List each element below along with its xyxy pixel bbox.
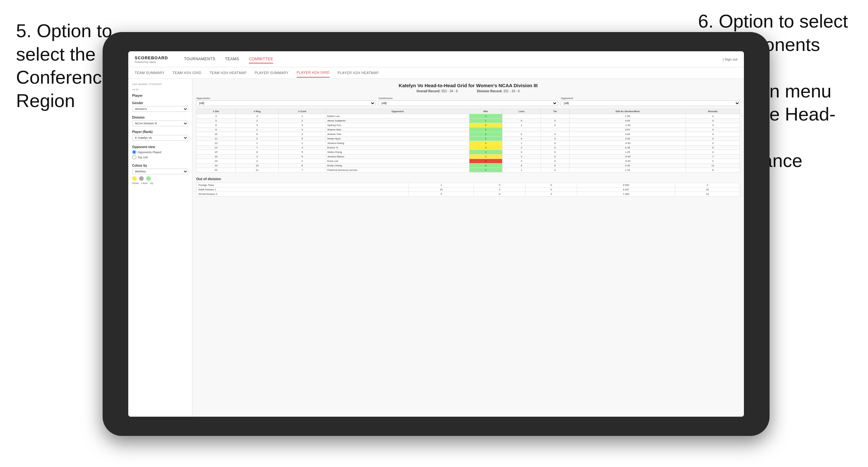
radio-top100[interactable]: Top 100 bbox=[132, 155, 188, 159]
grid-title: Katelyn Vo Head-to-Head Grid for Women's… bbox=[196, 83, 740, 88]
opponent-view-label: Opponent view bbox=[132, 145, 188, 149]
col-diff: Diff Av Strokes/Rnd bbox=[569, 109, 686, 114]
colour-by-label: Colour by bbox=[132, 164, 188, 167]
subnav-player-h2h-heatmap[interactable]: PLAYER H2H HEATMAP bbox=[338, 68, 379, 77]
subnav-player-summary[interactable]: PLAYER SUMMARY bbox=[255, 68, 288, 77]
col-conf: # Conf bbox=[279, 109, 326, 114]
table-row: 14 7 4 Eunice Yi 2 2 0 0.38 9 bbox=[196, 146, 740, 150]
player-section-title: Player bbox=[132, 94, 188, 97]
player-rank-label: Player (Rank) bbox=[132, 130, 188, 134]
filter-opponents-group: Opponents: (All) bbox=[196, 97, 375, 106]
out-of-division-title: Out of division bbox=[196, 177, 740, 181]
division-label: Division bbox=[132, 116, 188, 119]
colour-legend bbox=[132, 176, 188, 181]
legend-up-circle bbox=[146, 176, 151, 181]
col-reg: # Reg bbox=[236, 109, 279, 114]
table-row: 13 1 1 Jessica Huang 1 1 0 -3.00 2 bbox=[196, 141, 740, 146]
sidebar: Last Updated: 27/03/2024 04:34 Player Ge… bbox=[128, 79, 192, 417]
col-win: Win bbox=[469, 109, 502, 114]
records-row: Overall Record: 353 - 34 - 6 Division Re… bbox=[196, 89, 740, 93]
last-updated: Last Updated: 27/03/2024 bbox=[132, 83, 188, 86]
last-updated-sub: 04:34 bbox=[132, 88, 188, 91]
filter-opponents-select[interactable]: (All) bbox=[196, 100, 375, 106]
gender-select[interactable]: Women's bbox=[132, 106, 188, 112]
h2h-table: # Div # Reg # Conf Opponent Win Loss Tie… bbox=[196, 108, 740, 173]
legend-down-circle bbox=[132, 176, 136, 181]
col-opponent: Opponent bbox=[326, 109, 469, 114]
nav-tournaments[interactable]: TOURNAMENTS bbox=[184, 55, 215, 63]
col-tie: Tie bbox=[541, 109, 569, 114]
subnav-team-h2h-grid[interactable]: TEAM H2H GRID bbox=[173, 68, 202, 77]
colour-by-select[interactable]: Win/loss bbox=[132, 168, 188, 174]
table-row: 15 8 5 Stella Cheng 1 0 0 1.25 4 bbox=[196, 150, 740, 155]
legend-level-circle bbox=[139, 176, 144, 181]
table-row: 11 2 5 Heejo Hyun 1 0 0 3.33 3 bbox=[196, 136, 740, 141]
nav-menu: TOURNAMENTS TEAMS COMMITTEE bbox=[184, 55, 273, 63]
tablet-device: SCOREBOARD Powered by clippd TOURNAMENTS… bbox=[103, 32, 770, 436]
radio-opponents-played[interactable]: Opponents Played bbox=[132, 150, 188, 154]
col-loss: Loss bbox=[502, 109, 540, 114]
gender-label: Gender bbox=[132, 101, 188, 105]
main-content: Last Updated: 27/03/2024 04:34 Player Ge… bbox=[128, 79, 744, 417]
table-row: 10 6 3 Andrea York 2 0 0 4.00 4 bbox=[196, 132, 740, 136]
subnav-player-h2h-grid[interactable]: PLAYER H2H GRID bbox=[297, 68, 330, 77]
filter-opponent-group: Opponent (All) bbox=[561, 97, 740, 106]
subnav-team-summary[interactable]: TEAM SUMMARY bbox=[135, 68, 164, 77]
tablet-screen: SCOREBOARD Powered by clippd TOURNAMENTS… bbox=[128, 51, 744, 417]
subnav-team-h2h-heatmap[interactable]: TEAM H2H HEATMAP bbox=[209, 68, 247, 77]
table-row: 18 2 2 Euna Lee 0 2 0 -5.00 2 bbox=[196, 159, 740, 163]
filter-opponent-select[interactable]: (All) bbox=[561, 100, 740, 106]
table-row: 5 2 2 Alexis Sudjianto 1 0 0 4.00 3 bbox=[196, 119, 740, 123]
opponent-view-radios: Opponents Played Top 100 bbox=[132, 150, 188, 159]
table-row: 19 10 6 Emily Chang 4 0 0 0.30 11 bbox=[196, 163, 740, 168]
filter-conference-select[interactable]: (All) bbox=[379, 100, 558, 106]
player-rank-select[interactable]: 8. Katelyn Vo bbox=[132, 135, 188, 141]
nav-committee[interactable]: COMMITTEE bbox=[249, 55, 274, 63]
col-div: # Div bbox=[196, 109, 236, 114]
sub-nav: TEAM SUMMARY TEAM H2H GRID TEAM H2H HEAT… bbox=[128, 67, 744, 79]
nav-teams[interactable]: TEAMS bbox=[225, 55, 239, 63]
table-row: 3 3 1 Esther Lee 1 1.50 4 bbox=[196, 114, 740, 119]
table-row: 6 3 3 Sydney Kuo 0 1 0 -1.00 3 bbox=[196, 123, 740, 128]
list-item: Foreign Team 1 0 0 4.500 2 bbox=[196, 183, 740, 187]
division-select[interactable]: NCAA Division III bbox=[132, 121, 188, 126]
out-of-division-table: Foreign Team 1 0 0 4.500 2 NAIA Division… bbox=[196, 183, 740, 196]
table-row: 9 1 4 Sharon Mun 1 3.67 3 bbox=[196, 128, 740, 132]
list-item: NAIA Division 1 15 0 0 9.267 30 bbox=[196, 187, 740, 192]
app-header: SCOREBOARD Powered by clippd TOURNAMENTS… bbox=[128, 51, 744, 67]
filters-row: Opponents: (All) Conference (All) Oppone… bbox=[196, 97, 740, 106]
table-row: 20 11 7 Federica Domecq Lacroze 2 1 0 1.… bbox=[196, 168, 740, 173]
table-row: 16 3 6 Jessica Mason 1 2 0 -0.94 7 bbox=[196, 155, 740, 159]
list-item: NCAA Division 2 5 0 0 7.400 10 bbox=[196, 192, 740, 196]
sign-out-link[interactable]: | Sign out bbox=[723, 57, 738, 61]
data-area: Katelyn Vo Head-to-Head Grid for Women's… bbox=[192, 79, 744, 417]
col-rounds: Rounds bbox=[686, 109, 740, 114]
filter-conference-group: Conference (All) bbox=[379, 97, 558, 106]
logo: SCOREBOARD Powered by clippd bbox=[135, 55, 168, 63]
colour-legend-labels: Down Level Up bbox=[132, 182, 188, 185]
